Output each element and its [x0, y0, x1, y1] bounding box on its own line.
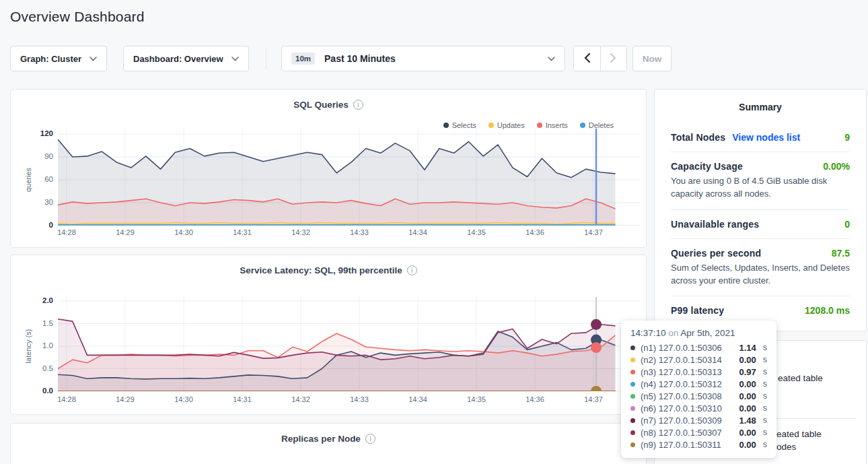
x-axis-tick-label: 14:35 — [456, 228, 497, 236]
summary-metric-label: P99 latency — [671, 305, 724, 316]
x-axis-tick-label: 14:32 — [281, 395, 321, 403]
legend-dot-icon — [537, 123, 542, 128]
tooltip-node-unit: s — [763, 416, 767, 425]
event-text-fragment: odes — [776, 442, 796, 452]
overview-dashboard-page: Overview Dashboard Graph: Cluster Dashbo… — [0, 0, 868, 464]
chevron-down-icon — [89, 57, 97, 61]
summary-title: Summary — [671, 99, 850, 112]
node-series-dot-icon — [630, 442, 635, 447]
graph-selector-label: Graph: Cluster — [20, 54, 81, 64]
toolbar-divider — [266, 47, 266, 70]
summary-metric-value: 0.00% — [823, 161, 850, 172]
tooltip-node-row: (n2) 127.0.0.1:503140.00s — [630, 354, 767, 366]
summary-panel: Summary Total NodesView nodes list9Capac… — [654, 89, 867, 331]
tooltip-node-address: (n7) 127.0.0.1:50309 — [641, 416, 733, 426]
info-icon[interactable]: i — [365, 434, 375, 444]
y-axis-tick-label: 0.5 — [26, 364, 53, 372]
graph-selector-dropdown[interactable]: Graph: Cluster — [10, 46, 107, 71]
tooltip-node-row: (n6) 127.0.0.1:503100.00s — [630, 402, 767, 414]
chevron-down-icon — [231, 57, 239, 61]
x-axis-tick-label: 14:31 — [222, 395, 262, 403]
view-nodes-list-link[interactable]: View nodes list — [732, 132, 800, 143]
summary-metric-label: Unavailable ranges — [671, 219, 759, 230]
node-series-dot-icon — [630, 358, 635, 362]
summary-metric-row: P99 latency1208.0 ms — [671, 305, 850, 316]
y-axis-tick-label: 2.0 — [26, 296, 53, 304]
x-axis-tick-label: 14:36 — [515, 395, 555, 403]
summary-metric-description: Sum of Selects, Updates, Inserts, and De… — [671, 262, 850, 288]
summary-metric-row: Unavailable ranges0 — [671, 219, 850, 230]
node-series-dot-icon — [630, 345, 635, 350]
tooltip-node-value: 1.48 — [739, 416, 756, 426]
tooltip-node-value: 0.00 — [739, 391, 756, 401]
node-series-dot-icon — [630, 430, 635, 435]
summary-metric: Queries per second87.5Sum of Selects, Up… — [671, 239, 850, 297]
x-axis-tick-label: 14:29 — [105, 228, 145, 236]
chevron-down-icon — [548, 57, 555, 61]
time-back-button[interactable] — [574, 46, 600, 71]
tooltip-node-address: (n2) 127.0.0.1:50314 — [641, 355, 733, 365]
tooltip-rows: (n1) 127.0.0.1:503061.14s(n2) 127.0.0.1:… — [630, 341, 767, 451]
tooltip-node-address: (n1) 127.0.0.1:50306 — [641, 343, 733, 353]
x-axis-tick-label: 14:33 — [339, 395, 379, 403]
sql-queries-chart-title: SQL Queries — [293, 100, 349, 110]
time-range-dropdown[interactable]: 10m Past 10 Minutes — [281, 46, 565, 71]
tooltip-node-address: (n8) 127.0.0.1:50307 — [641, 428, 733, 438]
tooltip-node-unit: s — [763, 440, 767, 449]
sql-queries-plot[interactable] — [58, 129, 640, 226]
tooltip-node-address: (n6) 127.0.0.1:50310 — [641, 403, 733, 413]
tooltip-node-value: 0.00 — [739, 403, 756, 413]
x-axis-tick-label: 14:33 — [339, 228, 379, 236]
tooltip-node-unit: s — [763, 379, 767, 389]
time-range-badge: 10m — [291, 53, 315, 65]
tooltip-node-address: (n9) 127.0.0.1:50311 — [641, 440, 733, 450]
y-axis-tick-label: 1.5 — [26, 319, 53, 327]
summary-metric-value: 0 — [844, 219, 850, 230]
y-axis-tick-label: 120 — [26, 129, 53, 137]
tooltip-node-unit: s — [763, 428, 767, 437]
summary-metric-value: 1208.0 ms — [805, 305, 850, 316]
tooltip-node-unit: s — [763, 343, 767, 352]
dashboard-selector-dropdown[interactable]: Dashboard: Overview — [123, 46, 249, 71]
tooltip-node-row: (n7) 127.0.0.1:503091.48s — [630, 414, 767, 426]
summary-metric: Unavailable ranges0 — [671, 210, 850, 239]
tooltip-timestamp: 14:37:10 on Apr 5th, 2021 — [630, 328, 767, 338]
x-axis-tick-label: 14:34 — [398, 228, 438, 236]
x-axis-tick-label: 14:35 — [456, 395, 497, 403]
y-axis-tick-label: 1.0 — [26, 341, 53, 350]
chevron-right-icon — [610, 53, 616, 65]
service-latency-chart-title: Service Latency: SQL, 99th percentile — [240, 265, 402, 275]
service-latency-chart-card: Service Latency: SQL, 99th percentile i … — [10, 255, 647, 415]
info-icon[interactable]: i — [353, 100, 363, 110]
sql-queries-chart-card: SQL Queries i SelectsUpdatesInsertsDelet… — [10, 89, 647, 248]
tooltip-node-address: (n3) 127.0.0.1:50313 — [641, 367, 733, 377]
tooltip-node-address: (n4) 127.0.0.1:50312 — [641, 379, 733, 389]
service-latency-plot[interactable] — [58, 297, 640, 391]
tooltip-node-row: (n4) 127.0.0.1:503120.00s — [630, 378, 767, 390]
x-axis-tick-label: 14:34 — [398, 395, 438, 403]
chart-hover-tooltip: 14:37:10 on Apr 5th, 2021 (n1) 127.0.0.1… — [621, 321, 776, 458]
x-axis-tick-label: 14:30 — [164, 395, 204, 403]
node-series-dot-icon — [630, 370, 635, 374]
x-axis-tick-label: 14:29 — [105, 395, 145, 403]
tooltip-node-value: 0.00 — [739, 355, 756, 365]
time-forward-button[interactable] — [600, 46, 626, 71]
tooltip-node-row: (n1) 127.0.0.1:503061.14s — [630, 341, 767, 354]
x-axis-tick-label: 14:30 — [164, 228, 204, 236]
tooltip-node-row: (n9) 127.0.0.1:503110.00s — [630, 438, 767, 451]
x-axis-tick-label: 14:37 — [573, 395, 614, 403]
summary-metric-row: Queries per second87.5 — [671, 248, 850, 259]
summary-metric-row: Total NodesView nodes list9 — [671, 132, 850, 143]
tooltip-node-value: 0.97 — [739, 367, 756, 377]
summary-metric-label: Capacity Usage — [671, 161, 743, 172]
time-range-label: Past 10 Minutes — [324, 53, 396, 64]
y-axis-tick-label: 90 — [26, 152, 53, 160]
node-series-dot-icon — [630, 394, 635, 399]
tooltip-node-row: (n8) 127.0.0.1:503070.00s — [630, 426, 767, 438]
summary-metric-label: Total Nodes — [671, 132, 725, 143]
tooltip-node-unit: s — [763, 355, 767, 364]
now-button[interactable]: Now — [632, 46, 672, 71]
y-axis-tick-label: 60 — [26, 175, 53, 183]
info-icon[interactable]: i — [407, 265, 417, 275]
tooltip-node-value: 0.00 — [739, 440, 756, 450]
